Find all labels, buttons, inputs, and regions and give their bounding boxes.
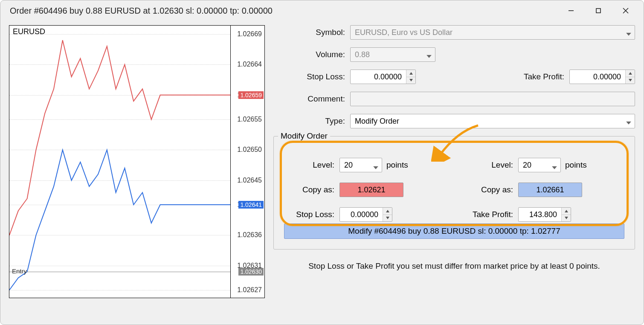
svg-marker-12 <box>386 210 389 212</box>
symbol-select[interactable]: EURUSD, Euro vs US Dollar <box>350 25 635 40</box>
entry-line <box>9 272 230 272</box>
tp-copyas-button[interactable]: 1.02661 <box>518 183 582 197</box>
comment-input[interactable] <box>350 92 635 106</box>
y-axis-label: 1.02664 <box>237 61 262 68</box>
spin-up-icon[interactable] <box>383 208 392 215</box>
svg-marker-11 <box>373 166 378 169</box>
svg-rect-1 <box>596 9 600 13</box>
tp-points-label: points <box>565 160 587 170</box>
type-label: Type: <box>273 116 350 126</box>
y-axis-label: 1.02636 <box>237 231 262 239</box>
modify-sl-label: Stop Loss: <box>284 210 339 219</box>
modify-submit-button[interactable]: Modify #604496 buy 0.88 EURUSD sl: 0.000… <box>284 223 624 239</box>
volume-label: Volume: <box>273 50 350 59</box>
svg-marker-8 <box>629 72 632 75</box>
tp-copyas-label: Copy as: <box>463 185 518 194</box>
svg-marker-13 <box>386 217 389 219</box>
svg-marker-16 <box>565 217 568 219</box>
modify-order-legend: Modify Order <box>278 131 330 141</box>
sl-copyas-button[interactable]: 1.02621 <box>339 183 403 197</box>
order-modify-dialog: Order #604496 buy 0.88 EURUSD at 1.02630… <box>0 0 644 325</box>
takeprofit-value: 0.00000 <box>570 70 625 84</box>
chart-symbol-label: EURUSD <box>13 27 45 36</box>
sl-tp-distance-note: Stop Loss or Take Profit you set must di… <box>273 261 635 271</box>
type-select[interactable]: Modify Order <box>350 114 635 128</box>
y-axis-label: 1.02650 <box>237 146 262 154</box>
svg-marker-7 <box>409 79 413 81</box>
svg-marker-10 <box>626 122 631 125</box>
takeprofit-spinner[interactable]: 0.00000 <box>569 70 635 84</box>
modify-tp-label: Take Profit: <box>463 210 518 219</box>
svg-marker-9 <box>629 79 632 81</box>
window-title: Order #604496 buy 0.88 EURUSD at 1.02630… <box>10 6 557 16</box>
chevron-down-icon <box>373 160 378 174</box>
spin-up-icon[interactable] <box>562 208 571 215</box>
y-axis-label: 1.02655 <box>237 116 262 123</box>
chevron-down-icon <box>626 118 631 127</box>
spin-down-icon[interactable] <box>383 215 392 222</box>
bid-price-tag: 1.02641 <box>238 201 264 209</box>
y-axis-label: 1.02669 <box>237 30 262 38</box>
takeprofit-label: Take Profit: <box>501 72 569 81</box>
entry-label: Entry <box>12 267 27 275</box>
ask-price-tag: 1.02659 <box>238 91 264 99</box>
spin-up-icon[interactable] <box>406 70 415 77</box>
modify-order-section: Modify Order Level: 20 points <box>273 136 635 250</box>
symbol-label: Symbol: <box>273 28 350 37</box>
sl-level-select[interactable]: 20 <box>339 158 382 172</box>
y-axis-label: 1.02627 <box>237 286 262 294</box>
spin-down-icon[interactable] <box>562 215 571 222</box>
price-chart: EURUSD 1.026691.026641.026591.026551.026… <box>9 25 265 298</box>
comment-label: Comment: <box>273 94 350 104</box>
spin-down-icon[interactable] <box>406 77 415 84</box>
chart-lines <box>9 26 265 298</box>
symbol-value: EURUSD, Euro vs US Dollar <box>355 28 453 37</box>
y-axis-label: 1.02645 <box>237 177 262 184</box>
svg-marker-5 <box>426 55 432 58</box>
svg-marker-14 <box>552 166 557 169</box>
modify-sl-spinner[interactable]: 0.00000 <box>339 207 392 222</box>
maximize-button[interactable] <box>586 3 611 19</box>
svg-marker-4 <box>626 33 631 36</box>
tp-level-select[interactable]: 20 <box>518 158 561 172</box>
svg-marker-6 <box>409 72 413 75</box>
titlebar: Order #604496 buy 0.88 EURUSD at 1.02630… <box>0 0 644 21</box>
entry-price-tag: 1.02630 <box>238 268 264 276</box>
sl-points-label: points <box>386 160 408 170</box>
svg-marker-15 <box>565 210 568 212</box>
tp-level-label: Level: <box>463 160 518 170</box>
type-value: Modify Order <box>355 117 399 126</box>
order-form: Symbol: EURUSD, Euro vs US Dollar Volume… <box>273 25 635 316</box>
spin-up-icon[interactable] <box>626 70 635 77</box>
close-button[interactable] <box>613 3 638 19</box>
chevron-down-icon <box>626 29 631 38</box>
volume-value: 0.88 <box>355 50 370 59</box>
spin-down-icon[interactable] <box>626 77 635 84</box>
sl-copyas-label: Copy as: <box>284 185 339 194</box>
modify-tp-spinner[interactable]: 143.800 <box>518 207 571 222</box>
stoploss-label: Stop Loss: <box>273 72 350 81</box>
stoploss-spinner[interactable]: 0.00000 <box>350 70 416 84</box>
chevron-down-icon <box>426 52 432 61</box>
chevron-down-icon <box>552 160 557 174</box>
sl-level-label: Level: <box>284 160 339 170</box>
minimize-button[interactable] <box>558 3 584 19</box>
volume-select[interactable]: 0.88 <box>350 47 435 62</box>
stoploss-value: 0.00000 <box>351 70 406 84</box>
